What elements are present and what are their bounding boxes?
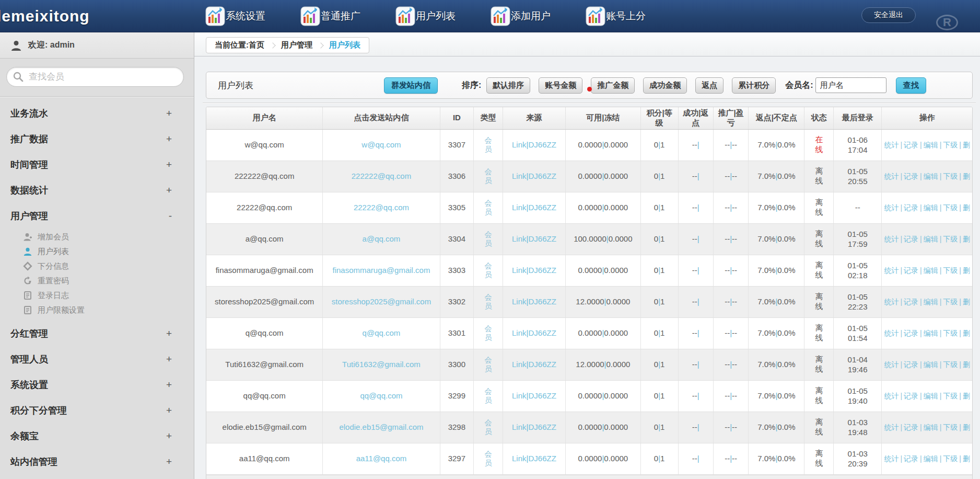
action-link-下级[interactable]: 下级 (943, 235, 958, 243)
sidebar-section[interactable]: 管理人员+ (0, 346, 194, 372)
sort-button[interactable]: 默认排序 (486, 77, 530, 94)
sort-button[interactable]: 成功金额 (643, 77, 687, 94)
action-link-下级[interactable]: 下级 (943, 360, 958, 369)
source-link[interactable]: Link|DJ66ZZ (512, 172, 556, 180)
send-message-link[interactable]: a@qq.com (363, 234, 401, 243)
sort-button[interactable]: 账号金额 (539, 77, 582, 94)
action-link-删[interactable]: 删 (963, 360, 970, 369)
sidebar-section[interactable]: 站内信管理+ (0, 449, 194, 474)
sidebar-item[interactable]: 登录日志 (0, 288, 194, 303)
sidebar-item[interactable]: 用户列表 (0, 244, 194, 259)
breadcrumb-item[interactable]: 用户列表 (329, 40, 360, 50)
send-message-link[interactable]: 22222@qq.com (354, 203, 409, 212)
action-link-删[interactable]: 删 (963, 141, 970, 149)
sidebar-section[interactable]: 积分下分管理+ (0, 397, 194, 423)
action-link-统计[interactable]: 统计 (884, 172, 899, 180)
send-message-link[interactable]: elodie.eb15@gmail.com (339, 423, 423, 431)
sidebar-section[interactable]: 数据统计+ (0, 177, 194, 203)
action-link-统计[interactable]: 统计 (884, 392, 899, 400)
bulk-message-button[interactable]: 群发站内信 (384, 77, 438, 94)
action-link-编辑[interactable]: 编辑 (924, 392, 938, 400)
action-link-删[interactable]: 删 (963, 235, 970, 243)
action-link-下级[interactable]: 下级 (943, 454, 958, 463)
send-message-link[interactable]: q@qq.com (363, 328, 401, 337)
action-link-编辑[interactable]: 编辑 (924, 172, 938, 180)
action-link-编辑[interactable]: 编辑 (924, 266, 938, 275)
action-link-统计[interactable]: 统计 (884, 298, 899, 306)
source-link[interactable]: Link|DJ66ZZ (512, 423, 556, 431)
action-link-记录[interactable]: 记录 (904, 423, 918, 431)
logout-button[interactable]: 安全退出 (861, 7, 916, 23)
source-link[interactable]: Link|DJ66ZZ (512, 266, 556, 275)
sort-button[interactable]: 累计积分 (732, 77, 776, 94)
action-link-统计[interactable]: 统计 (884, 423, 899, 431)
action-link-记录[interactable]: 记录 (904, 298, 918, 306)
action-link-统计[interactable]: 统计 (884, 454, 899, 463)
action-link-记录[interactable]: 记录 (904, 392, 918, 400)
action-link-统计[interactable]: 统计 (884, 266, 899, 275)
topnav-item[interactable]: 系统设置 (205, 6, 300, 26)
action-link-下级[interactable]: 下级 (943, 329, 958, 337)
action-link-下级[interactable]: 下级 (943, 392, 958, 400)
action-link-记录[interactable]: 记录 (904, 203, 918, 212)
send-message-link[interactable]: storesshop2025@gmail.com (332, 297, 431, 306)
source-link[interactable]: Link|DJ66ZZ (512, 140, 556, 149)
action-link-统计[interactable]: 统计 (884, 235, 899, 243)
action-link-编辑[interactable]: 编辑 (924, 203, 938, 212)
source-link[interactable]: Link|DJ66ZZ (512, 328, 556, 337)
topnav-item[interactable]: 普通推广 (300, 6, 395, 26)
action-link-编辑[interactable]: 编辑 (924, 454, 938, 463)
action-link-删[interactable]: 删 (963, 329, 970, 337)
send-message-link[interactable]: w@qq.com (361, 140, 401, 149)
action-link-下级[interactable]: 下级 (943, 298, 958, 306)
send-message-link[interactable]: 222222@qq.com (352, 172, 411, 180)
action-link-编辑[interactable]: 编辑 (924, 329, 938, 337)
action-link-删[interactable]: 删 (963, 454, 970, 463)
sidebar-section[interactable]: 分红管理+ (0, 321, 194, 346)
action-link-编辑[interactable]: 编辑 (924, 141, 938, 149)
action-link-记录[interactable]: 记录 (904, 235, 918, 243)
action-link-删[interactable]: 删 (963, 266, 970, 275)
send-message-link[interactable]: finasommaruga@gmail.com (332, 266, 430, 275)
action-link-编辑[interactable]: 编辑 (924, 298, 938, 306)
send-message-link[interactable]: aa11@qq.com (356, 454, 407, 463)
action-link-编辑[interactable]: 编辑 (924, 235, 938, 243)
sidebar-section[interactable]: 用户管理- (0, 203, 194, 229)
sidebar-section[interactable]: 推广数据+ (0, 126, 194, 152)
member-search-input[interactable] (6, 67, 184, 87)
source-link[interactable]: Link|DJ66ZZ (512, 234, 556, 243)
action-link-统计[interactable]: 统计 (884, 329, 899, 337)
sidebar-item[interactable]: 下分信息 (0, 259, 194, 273)
sort-button[interactable]: 返点 (695, 77, 724, 94)
action-link-下级[interactable]: 下级 (943, 172, 958, 180)
action-link-记录[interactable]: 记录 (904, 360, 918, 369)
action-link-统计[interactable]: 统计 (884, 203, 899, 212)
action-link-编辑[interactable]: 编辑 (924, 423, 938, 431)
breadcrumb-item[interactable]: 用户管理 (281, 40, 312, 50)
send-message-link[interactable]: qq@qq.com (360, 391, 402, 400)
action-link-删[interactable]: 删 (963, 203, 970, 212)
send-message-link[interactable]: Tuti61632@gmail.com (342, 360, 421, 369)
topnav-item[interactable]: 添加用户 (491, 6, 586, 26)
action-link-统计[interactable]: 统计 (884, 360, 899, 369)
sidebar-section[interactable]: 余额宝+ (0, 423, 194, 449)
sidebar-section[interactable]: 业务流水+ (0, 100, 194, 126)
search-button[interactable]: 查找 (896, 77, 926, 94)
action-link-删[interactable]: 删 (963, 298, 970, 306)
topnav-item[interactable]: 用户列表 (395, 6, 491, 26)
sidebar-item[interactable]: 增加会员 (0, 230, 194, 244)
source-link[interactable]: Link|DJ66ZZ (512, 360, 556, 369)
action-link-记录[interactable]: 记录 (904, 172, 918, 180)
sidebar-section[interactable]: 系统设置+ (0, 372, 194, 397)
source-link[interactable]: Link|DJ66ZZ (512, 391, 556, 400)
source-link[interactable]: Link|DJ66ZZ (512, 454, 556, 463)
member-name-input[interactable] (815, 77, 886, 93)
action-link-删[interactable]: 删 (963, 423, 970, 431)
breadcrumb-item[interactable]: 首页 (249, 40, 264, 50)
sort-button[interactable]: 推广金额 (591, 77, 635, 94)
action-link-下级[interactable]: 下级 (943, 203, 958, 212)
action-link-编辑[interactable]: 编辑 (924, 360, 938, 369)
action-link-删[interactable]: 删 (963, 172, 970, 180)
action-link-统计[interactable]: 统计 (884, 141, 899, 149)
action-link-记录[interactable]: 记录 (904, 266, 918, 275)
